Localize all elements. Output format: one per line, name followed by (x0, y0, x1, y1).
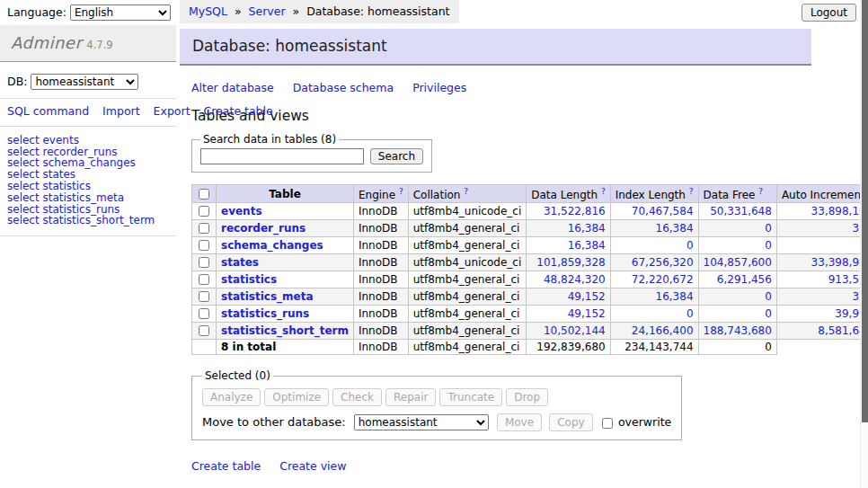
db-select[interactable]: homeassistant (31, 74, 138, 90)
bulk-action-button[interactable]: Check (332, 388, 382, 406)
data-free-link[interactable]: 6,291,456 (717, 273, 772, 286)
column-header: Data Free ? (698, 185, 776, 203)
table-row: statistics_short_term InnoDB utf8mb4_gen… (192, 323, 868, 340)
engine-cell: InnoDB (353, 271, 408, 288)
bulk-action-button[interactable]: Repair (385, 388, 436, 406)
sidebar-action-link[interactable]: Create table (204, 104, 273, 118)
app-name: Adminer (11, 33, 82, 52)
data-length-link[interactable]: 31,522,816 (544, 205, 606, 217)
data-free-link[interactable]: 0 (765, 307, 772, 320)
overwrite-checkbox[interactable] (602, 418, 613, 429)
index-length-link[interactable]: 24,166,400 (632, 324, 694, 337)
sidebar-action-link[interactable]: Import (102, 104, 140, 118)
copy-button[interactable]: Copy (549, 413, 592, 431)
sidebar-action-link[interactable]: SQL command (7, 104, 89, 118)
move-button[interactable]: Move (497, 413, 542, 431)
data-length-link[interactable]: 48,824,320 (544, 273, 606, 286)
row-checkbox[interactable] (199, 274, 209, 285)
search-legend: Search data in tables (8) (200, 133, 339, 146)
column-help-link[interactable]: ? (464, 187, 468, 196)
move-database-select[interactable]: homeassistant (354, 414, 489, 430)
data-length-link[interactable]: 101,859,328 (536, 256, 605, 269)
data-length-link[interactable]: 10,502,144 (544, 324, 606, 337)
main-content: MySQL » Server » Database: homeassistant… (180, 0, 811, 488)
data-free-link[interactable]: 0 (765, 290, 772, 303)
sidebar-action-link[interactable]: Export (154, 104, 190, 118)
create-link[interactable]: Create table (191, 459, 261, 473)
index-length-link[interactable]: 0 (686, 307, 694, 320)
select-all-cell (192, 185, 217, 203)
table-name-link[interactable]: states (221, 256, 259, 269)
search-button[interactable]: Search (370, 148, 423, 164)
select-all-checkbox[interactable] (199, 189, 209, 200)
move-label: Move to other database: (202, 415, 346, 429)
data-free-cell: 0 (698, 306, 776, 323)
page-scrollbar[interactable] (860, 0, 868, 488)
index-length-cell: 0 (610, 306, 698, 323)
index-length-link[interactable]: 72,220,672 (632, 273, 694, 286)
row-checkbox-cell (192, 254, 217, 271)
sidebar-table-link[interactable]: select events (7, 135, 169, 146)
sidebar-table-link[interactable]: select statistics_short_term (7, 215, 169, 226)
bulk-action-button[interactable]: Truncate (439, 388, 502, 406)
row-checkbox[interactable] (199, 223, 209, 234)
table-name-link[interactable]: schema_changes (221, 239, 323, 252)
row-checkbox[interactable] (199, 291, 209, 302)
column-help-link[interactable]: ? (601, 187, 606, 196)
language-select[interactable]: English (70, 4, 171, 21)
index-length-link[interactable]: 67,256,320 (632, 256, 694, 269)
index-length-link[interactable]: 0 (686, 239, 694, 252)
data-free-link[interactable]: 0 (765, 222, 772, 235)
row-checkbox[interactable] (199, 257, 209, 268)
data-free-link[interactable]: 188,743,680 (704, 324, 772, 337)
table-name-link[interactable]: recorder_runs (221, 222, 306, 235)
table-name-link[interactable]: statistics_runs (221, 307, 309, 320)
search-input[interactable] (200, 148, 364, 164)
create-link[interactable]: Create view (279, 459, 346, 473)
tables-body: events InnoDB utf8mb4_unicode_ci 31,522,… (192, 203, 868, 340)
data-free-link[interactable]: 104,857,600 (704, 256, 772, 269)
database-action-link[interactable]: Alter database (191, 81, 274, 94)
table-column-header: Table (217, 185, 354, 203)
bulk-action-button[interactable]: Drop (506, 388, 548, 406)
row-checkbox-cell (192, 220, 217, 237)
row-checkbox[interactable] (199, 206, 209, 217)
index-length-cell: 72,220,672 (610, 271, 698, 288)
data-length-link[interactable]: 16,384 (568, 239, 606, 252)
table-name-link[interactable]: statistics_meta (221, 290, 314, 303)
total-label: 8 in total (217, 340, 354, 355)
table-name-link[interactable]: statistics (221, 273, 277, 286)
column-help-link[interactable]: ? (758, 187, 763, 196)
table-name-link[interactable]: events (221, 205, 262, 217)
data-free-link[interactable]: 50,331,648 (710, 205, 772, 217)
row-checkbox-cell (192, 237, 217, 254)
logout-button[interactable]: Logout (802, 4, 856, 22)
data-length-link[interactable]: 49,152 (568, 290, 606, 303)
index-length-cell: 16,384 (610, 220, 698, 237)
bulk-action-button[interactable]: Optimize (264, 388, 329, 406)
column-help-link[interactable]: ? (399, 187, 403, 196)
app-version[interactable]: 4.7.9 (86, 39, 112, 51)
row-checkbox[interactable] (199, 325, 209, 336)
database-action-link[interactable]: Privileges (412, 81, 466, 94)
row-checkbox[interactable] (199, 308, 209, 319)
data-length-cell: 101,859,328 (527, 254, 610, 271)
index-length-link[interactable]: 16,384 (656, 222, 694, 235)
scrollbar-thumb[interactable] (862, 0, 868, 422)
index-length-link[interactable]: 70,467,584 (632, 205, 694, 217)
data-length-link[interactable]: 16,384 (568, 222, 606, 235)
bulk-action-button[interactable]: Analyze (202, 388, 261, 406)
sidebar-table-link[interactable]: select statistics (7, 181, 169, 192)
sidebar-table-link[interactable]: select statistics_meta (7, 192, 169, 204)
breadcrumb-server-link[interactable]: Server (249, 4, 286, 18)
data-length-link[interactable]: 49,152 (568, 307, 606, 320)
auto-increment-cell: 8,581,645 (776, 323, 868, 340)
breadcrumb-mysql-link[interactable]: MySQL (189, 4, 227, 18)
data-free-link[interactable]: 0 (765, 239, 772, 252)
database-action-link[interactable]: Database schema (293, 81, 394, 94)
row-checkbox[interactable] (199, 240, 209, 251)
index-length-link[interactable]: 16,384 (656, 290, 694, 303)
auto-increment-cell: 325 (776, 288, 868, 306)
table-name-link[interactable]: statistics_short_term (221, 324, 349, 337)
column-help-link[interactable]: ? (689, 187, 694, 196)
